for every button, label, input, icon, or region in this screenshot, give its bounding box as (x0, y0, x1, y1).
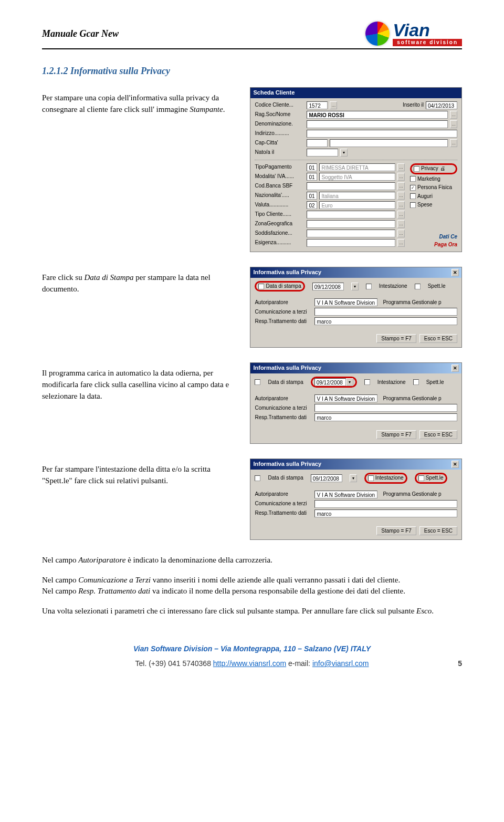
label-data-stampa: Data di stampa (268, 474, 303, 482)
indirizzo-input[interactable] (307, 130, 457, 138)
lookup-icon[interactable]: … (450, 111, 457, 119)
resp-input[interactable]: marco (314, 317, 457, 325)
codbanca-input[interactable] (307, 182, 395, 190)
cb-data-stampa[interactable] (258, 284, 264, 289)
label-autoriparatore: Autoriparatore (255, 491, 312, 498)
tipocliente-input[interactable] (307, 211, 395, 218)
codice-input[interactable]: 1572 (307, 101, 328, 109)
dropdown-icon[interactable]: ▾ (351, 283, 359, 290)
label-spettle: Spett.le (426, 379, 444, 387)
stampo-button[interactable]: Stampo = F7 (376, 526, 416, 535)
comunicazione-input[interactable] (314, 404, 457, 412)
cb-spettle[interactable] (413, 379, 419, 385)
label-comunicazione: Comunicazione a terzi (255, 404, 312, 412)
label-sodd: Soddisfazione... (255, 230, 304, 237)
cb-intestazione[interactable] (366, 284, 372, 289)
zona-input[interactable] (307, 220, 395, 228)
cb-privacy[interactable]: Privacy (414, 165, 438, 173)
modiva-code[interactable]: 01 (307, 173, 317, 181)
ragsociale-input[interactable]: MARIO ROSSI (307, 111, 448, 119)
footer-url-link[interactable]: http://www.viansrl.com (213, 659, 286, 668)
lookup-icon[interactable]: … (397, 192, 405, 200)
lookup-icon[interactable]: … (450, 120, 457, 128)
paragraph-1: Per stampare una copia dell'informativa … (42, 92, 237, 116)
close-icon[interactable]: ✕ (452, 461, 459, 468)
label-zona: ZonaGeografica (255, 220, 304, 228)
nato-input[interactable] (307, 149, 338, 157)
paga-chip: Paga Ora (410, 241, 457, 249)
label-programma: Programma Gestionale p (383, 491, 441, 498)
stampo-button[interactable]: Stampo = F7 (376, 430, 416, 439)
footer-address: Vian Software Division – Via Montegrappa… (42, 643, 462, 654)
close-icon[interactable]: ✕ (452, 269, 459, 276)
lookup-icon[interactable]: … (397, 220, 405, 228)
cb-marketing[interactable]: Marketing (410, 175, 457, 183)
cb-auguri[interactable]: Auguri (410, 193, 457, 201)
resp-input[interactable]: marco (314, 413, 457, 421)
autoriparatore-input[interactable]: V I A N Software Division (314, 298, 377, 306)
autoriparatore-input[interactable]: V I A N Software Division (314, 394, 377, 402)
cb-intestazione[interactable] (368, 475, 374, 481)
cap-input[interactable] (307, 139, 328, 147)
lookup-icon[interactable]: … (397, 173, 405, 181)
esco-button[interactable]: Esco = ESC (419, 526, 457, 535)
label-intestazione: Intestazione (377, 379, 406, 387)
date-input[interactable]: 09/12/2008 (314, 378, 346, 386)
esco-button[interactable]: Esco = ESC (419, 430, 457, 439)
label-spettle: Spett.le (426, 474, 444, 482)
lookup-icon[interactable]: … (397, 201, 405, 209)
paragraph-8: Una volta selezionati i parametri che ci… (42, 606, 462, 617)
dialog-title: Informativa sulla Privacy (253, 460, 321, 469)
sodd-input[interactable] (307, 230, 395, 237)
label-resp: Resp.Trattamento dati (255, 509, 312, 517)
esig-input[interactable] (307, 239, 395, 247)
valuta-code[interactable]: 02 (307, 201, 317, 209)
document-header: Manuale Gcar New Vian software division (42, 21, 462, 49)
resp-input[interactable]: marco (314, 509, 457, 517)
date-input[interactable]: 09/12/2008 (311, 474, 342, 482)
lookup-icon[interactable]: … (397, 239, 405, 247)
lookup-icon[interactable]: … (397, 230, 405, 237)
lookup-icon[interactable]: … (330, 101, 337, 109)
lookup-icon[interactable]: … (397, 182, 405, 190)
label-codbanca: Cod.Banca SBF (255, 182, 304, 190)
cb-spettle[interactable] (415, 284, 421, 289)
lookup-icon[interactable]: … (397, 163, 405, 171)
doc-title: Manuale Gcar New (42, 27, 119, 40)
label-naz: Nazionalita'..... (255, 192, 304, 200)
denominazione-input[interactable] (307, 120, 448, 128)
esco-button[interactable]: Esco = ESC (419, 334, 457, 343)
printer-icon[interactable]: 🖨 (440, 165, 445, 173)
label-nato: Nato/a il (255, 149, 304, 157)
stampo-button[interactable]: Stampo = F7 (376, 334, 416, 343)
label-modiva: Modalita' IVA...... (255, 173, 304, 181)
label-autoriparatore: Autoriparatore (255, 395, 312, 403)
comunicazione-input[interactable] (314, 308, 457, 316)
cb-spettle[interactable] (418, 475, 424, 481)
inserito-input[interactable]: 04/12/2013 (426, 101, 457, 109)
label-data-stampa: Data di stampa (268, 379, 303, 387)
date-input[interactable]: 09/12/2008 (312, 283, 344, 290)
close-icon[interactable]: ✕ (452, 365, 459, 372)
comunicazione-input[interactable] (314, 500, 457, 508)
highlight-spettle: Spett.le (415, 473, 447, 484)
label-valuta: Valuta............. (255, 201, 304, 209)
autoriparatore-input[interactable]: V I A N Software Division (314, 491, 377, 498)
footer-email-link[interactable]: info@viansrl.com (312, 659, 369, 668)
lookup-icon[interactable]: … (397, 211, 405, 218)
naz-code[interactable]: 01 (307, 192, 317, 200)
citta-input[interactable] (330, 139, 448, 147)
cb-spese[interactable]: Spese (410, 201, 457, 209)
label-resp: Resp.Trattamento dati (255, 318, 312, 326)
dropdown-icon[interactable]: ▾ (350, 474, 357, 482)
cb-data-stampa[interactable] (255, 475, 260, 481)
dropdown-icon[interactable]: ▾ (340, 149, 348, 157)
dropdown-icon[interactable]: ▾ (346, 378, 353, 386)
screenshot-scheda-cliente: Scheda Cliente Codice Cliente... 1572 … … (250, 87, 462, 252)
cb-intestazione[interactable] (364, 379, 370, 385)
tipopag-code[interactable]: 01 (307, 163, 317, 171)
cb-persona-fisica[interactable]: Persona Fisica (410, 184, 457, 192)
label-cap: Cap-Citta' (255, 139, 304, 147)
lookup-icon[interactable]: … (450, 139, 457, 147)
cb-data-stampa[interactable] (255, 379, 260, 385)
